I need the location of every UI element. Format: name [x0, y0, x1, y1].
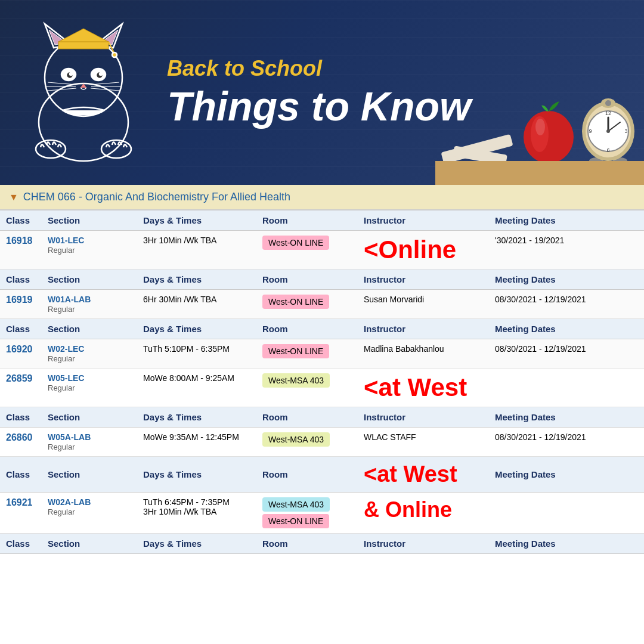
room-cell: West-ON LINE: [256, 290, 358, 319]
room-cell: West-MSA 403: [256, 428, 358, 457]
dates-cell: [489, 493, 644, 534]
days-cell: MoWe 9:35AM - 12:45PM: [137, 428, 256, 457]
svg-text:3: 3: [624, 128, 627, 134]
instructor-cell: <at West: [358, 369, 489, 407]
schedule-table: Class Section Days & Times Room Instruct…: [0, 210, 644, 554]
clock-icon: 12 3 6 9: [578, 98, 638, 164]
dates-cell: [489, 369, 644, 407]
svg-point-27: [535, 119, 545, 135]
room-badge: West-ON LINE: [262, 295, 329, 309]
apple-icon: [519, 98, 578, 164]
room-badge: West-MSA 403: [262, 432, 330, 447]
room-cell: West-ON LINE: [256, 231, 358, 270]
svg-text:6: 6: [606, 147, 609, 153]
svg-point-39: [606, 129, 610, 133]
dates-cell: '30/2021 - 19/2021: [489, 231, 644, 270]
instructor-cell: Susan Morvaridi: [358, 290, 489, 319]
svg-point-1: [45, 39, 122, 116]
table-header-row: Class Section Days & Times Room Instruct…: [0, 270, 644, 290]
table-row: 16920 W02-LEC Regular TuTh 5:10PM - 6:35…: [0, 339, 644, 369]
col-header-instructor: Instructor: [358, 210, 489, 231]
room-badge: West-MSA 403: [262, 497, 330, 512]
svg-point-10: [70, 73, 72, 75]
main-content: ▼ CHEM 066 - Organic And Biochemistry Fo…: [0, 185, 644, 554]
section-cell: W05A-LAB Regular: [42, 428, 137, 457]
table-row: 16919 W01A-LAB Regular 6Hr 30Min /Wk TBA…: [0, 290, 644, 319]
days-cell: TuTh 5:10PM - 6:35PM: [137, 339, 256, 369]
section-cell: W01A-LAB Regular: [42, 290, 137, 319]
svg-point-11: [100, 73, 102, 75]
class-number[interactable]: 16921: [0, 493, 42, 534]
class-number[interactable]: 16919: [0, 290, 42, 319]
table-header-row: Class Section Days & Times Room Instruct…: [0, 407, 644, 428]
dates-cell: 08/30/2021 - 12/19/2021: [489, 339, 644, 369]
dates-cell: 08/30/2021 - 12/19/2021: [489, 428, 644, 457]
days-cell: MoWe 8:00AM - 9:25AM: [137, 369, 256, 407]
table-row: 26859 W05-LEC Regular MoWe 8:00AM - 9:25…: [0, 369, 644, 407]
class-number[interactable]: 26859: [0, 369, 42, 407]
room-badge: West-MSA 403: [262, 373, 330, 388]
svg-point-0: [39, 83, 128, 161]
room-badge: West-ON LINE: [262, 236, 329, 250]
section-cell: W02-LEC Regular: [42, 339, 137, 369]
collapse-icon[interactable]: ▼: [9, 192, 18, 203]
svg-text:9: 9: [589, 128, 592, 134]
course-title: CHEM 066 - Organic And Biochemistry For …: [23, 191, 290, 203]
svg-marker-20: [58, 29, 109, 42]
svg-line-13: [48, 82, 76, 85]
page-header: Back to School Things to Know: [0, 0, 644, 185]
table-row: 16921 W02A-LAB Regular TuTh 6:45PM - 7:3…: [0, 493, 644, 534]
col-header-class: Class: [0, 210, 42, 231]
col-header-days: Days & Times: [137, 210, 256, 231]
col-header-dates: Meeting Dates: [489, 210, 644, 231]
col-header-room: Room: [256, 210, 358, 231]
section-cell: W05-LEC Regular: [42, 369, 137, 407]
svg-text:12: 12: [605, 110, 611, 116]
instructor-cell: Madlina Babakhanlou: [358, 339, 489, 369]
cat-mascot-icon: [18, 12, 149, 167]
table-header-row: Class Section Days & Times Room <at West…: [0, 457, 644, 493]
desk-shelf: [435, 161, 644, 185]
table-row: 26860 W05A-LAB Regular MoWe 9:35AM - 12:…: [0, 428, 644, 457]
class-number[interactable]: 16918: [0, 231, 42, 270]
course-header: ▼ CHEM 066 - Organic And Biochemistry Fo…: [0, 185, 644, 210]
table-header-row: Class Section Days & Times Room Instruct…: [0, 534, 644, 554]
instructor-cell: WLAC STAFF: [358, 428, 489, 457]
days-cell: TuTh 6:45PM - 7:35PM 3Hr 10Min /Wk TBA: [137, 493, 256, 534]
section-cell: W02A-LAB Regular: [42, 493, 137, 534]
room-badge: West-ON LINE: [262, 344, 329, 358]
instructor-cell: <Online: [358, 231, 489, 270]
desk-decoration: 12 3 6 9: [435, 78, 644, 185]
svg-line-16: [91, 82, 119, 85]
svg-point-22: [112, 52, 117, 57]
instructor-cell: & Online: [358, 493, 489, 534]
room-cell: West-ON LINE: [256, 339, 358, 369]
svg-point-41: [605, 100, 611, 106]
days-cell: 6Hr 30Min /Wk TBA: [137, 290, 256, 319]
days-cell: 3Hr 10Min /Wk TBA: [137, 231, 256, 270]
section-cell: W01-LEC Regular: [42, 231, 137, 270]
class-number[interactable]: 26860: [0, 428, 42, 457]
table-row: 16918 W01-LEC Regular 3Hr 10Min /Wk TBA …: [0, 231, 644, 270]
room-cell: West-MSA 403 West-ON LINE: [256, 493, 358, 534]
col-header-section: Section: [42, 210, 137, 231]
class-number[interactable]: 16920: [0, 339, 42, 369]
svg-rect-19: [58, 42, 109, 49]
table-header-row: Class Section Days & Times Room Instruct…: [0, 319, 644, 339]
dates-cell: 08/30/2021 - 12/19/2021: [489, 290, 644, 319]
mascot-area: [18, 12, 155, 173]
room-badge: West-ON LINE: [262, 514, 329, 528]
table-header-row: Class Section Days & Times Room Instruct…: [0, 210, 644, 231]
room-cell: West-MSA 403: [256, 369, 358, 407]
